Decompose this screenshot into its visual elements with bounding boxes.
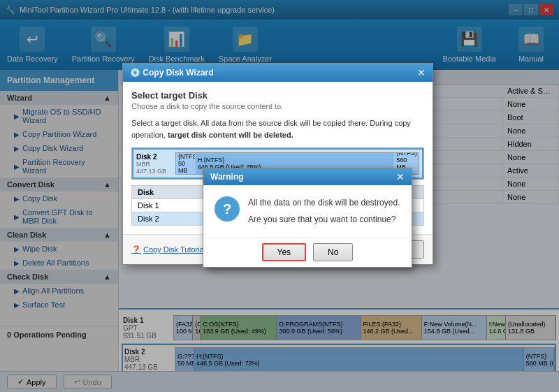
wizard-titlebar: 💿 Copy Disk Wizard ✕ [123,64,433,82]
warning-close-button[interactable]: ✕ [396,172,405,182]
wizard-help-link[interactable]: ❓ Copy Disk Tutorial [131,245,205,254]
wizard-title-icon: 💿 [130,68,143,78]
warning-text: All the data on the disk will be destroy… [248,196,400,226]
wizard-section-title: Select target Disk [131,90,424,101]
warning-line1: All the data on the disk will be destroy… [248,196,400,209]
no-button[interactable]: No [313,243,353,261]
wizard-title-left: 💿 Copy Disk Wizard [130,68,214,78]
wizard-close-button[interactable]: ✕ [417,68,426,78]
warning-line2: Are you sure that you want to continue? [248,213,400,226]
help-icon: ❓ [131,245,141,254]
warning-icon: ? [215,196,240,222]
wizard-disk2-part1: G????{NTFS} 50 MB (Use... [176,153,196,174]
wizard-title: Copy Disk Wizard [143,68,213,78]
warning-title: Warning [210,172,244,182]
wizard-description: Select a target disk. All data from the … [131,117,424,140]
yes-button[interactable]: Yes [262,243,307,261]
warning-footer: Yes No [203,237,412,267]
wizard-section-sub: Choose a disk to copy the source content… [131,102,424,110]
warning-titlebar: Warning ✕ [203,168,412,185]
warning-body: ? All the data on the disk will be destr… [203,185,412,237]
warning-dialog: Warning ✕ ? All the data on the disk wil… [203,168,412,268]
help-label: Copy Disk Tutorial [143,245,205,254]
